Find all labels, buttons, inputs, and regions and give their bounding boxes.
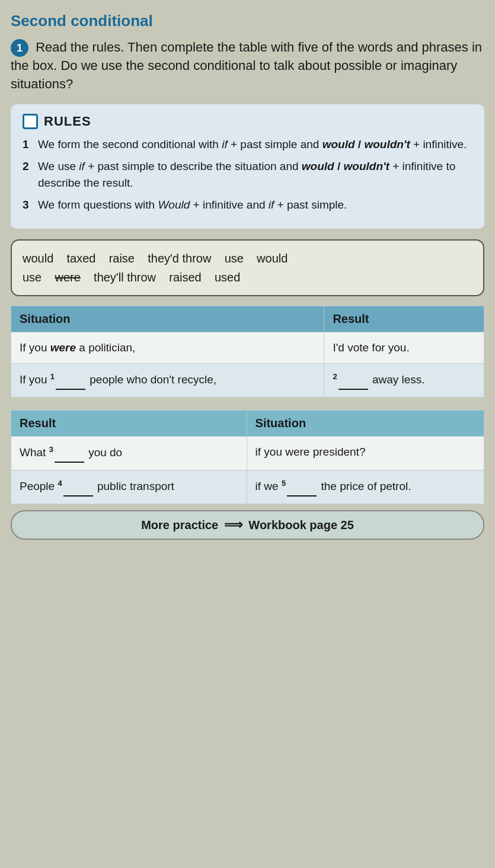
table-2-row-1-situation: if you were president? bbox=[247, 437, 484, 470]
intro-number: 1 bbox=[11, 39, 28, 57]
table-2-row-2-situation: if we 5 the price of petrol. bbox=[247, 470, 484, 504]
table-1-row-2-result: 2 away less. bbox=[324, 364, 484, 398]
rule-3: 3 We form questions with Would + infinit… bbox=[23, 197, 472, 213]
rule-2: 2 We use if + past simple to describe th… bbox=[23, 158, 472, 191]
intro-paragraph: Read the rules. Then complete the table … bbox=[11, 40, 482, 91]
blank-2 bbox=[338, 372, 368, 390]
table-2-row-1-result: What 3 you do bbox=[11, 437, 247, 470]
rules-box: RULES 1 We form the second conditional w… bbox=[11, 104, 484, 229]
table-1-row-1: If you were a politician, I'd vote for y… bbox=[11, 332, 484, 364]
table-1-row-2: If you 1 people who don't recycle, 2 awa… bbox=[11, 364, 484, 398]
more-practice-text: More practice bbox=[141, 518, 218, 531]
table-1-header: Situation Result bbox=[11, 306, 484, 332]
rules-header: RULES bbox=[23, 114, 472, 129]
table-1-row-1-result: I'd vote for you. bbox=[324, 332, 484, 364]
word-were-strikethrough: were bbox=[55, 271, 80, 284]
word-box-line1: would taxed raise they'd throw use would bbox=[23, 252, 288, 265]
table-2-header-result: Result bbox=[11, 411, 247, 437]
table-2-row-2: People 4 public transport if we 5 the pr… bbox=[11, 470, 484, 504]
table-2-row-2-result: People 4 public transport bbox=[11, 470, 247, 504]
blank-5 bbox=[287, 478, 317, 497]
table-1: Situation Result If you were a politicia… bbox=[11, 306, 484, 398]
word-box-line2: use were they'll throw raised used bbox=[23, 271, 240, 284]
arrow-icon: ⟹ bbox=[224, 517, 243, 533]
table-2: Result Situation What 3 you do if you we… bbox=[11, 410, 484, 504]
page-title: Second conditional bbox=[11, 12, 484, 30]
blank-1 bbox=[56, 372, 85, 390]
table-1-row-1-situation: If you were a politician, bbox=[11, 332, 324, 364]
table-1-header-result: Result bbox=[324, 306, 484, 332]
rules-icon bbox=[23, 114, 38, 129]
rule-2-text: We use if + past simple to describe the … bbox=[38, 158, 472, 191]
rule-2-number: 2 bbox=[23, 158, 38, 191]
rule-1-text: We form the second conditional with if +… bbox=[38, 136, 472, 153]
word-box: would taxed raise they'd throw use would… bbox=[11, 239, 484, 296]
intro-text: 1 Read the rules. Then complete the tabl… bbox=[11, 39, 484, 94]
rule-3-number: 3 bbox=[23, 197, 38, 213]
blank-4 bbox=[63, 478, 93, 497]
table-1-row-2-situation: If you 1 people who don't recycle, bbox=[11, 364, 324, 398]
more-practice-bar: More practice ⟹ Workbook page 25 bbox=[11, 510, 484, 540]
blank-3 bbox=[55, 445, 84, 463]
rule-1: 1 We form the second conditional with if… bbox=[23, 136, 472, 153]
workbook-text: Workbook page 25 bbox=[248, 518, 353, 531]
rule-1-number: 1 bbox=[23, 136, 38, 153]
rule-3-text: We form questions with Would + infinitiv… bbox=[38, 197, 472, 213]
rules-title: RULES bbox=[44, 114, 91, 129]
table-1-header-situation: Situation bbox=[11, 306, 324, 332]
rules-list: 1 We form the second conditional with if… bbox=[23, 136, 472, 213]
table-2-header: Result Situation bbox=[11, 411, 484, 437]
table-2-header-situation: Situation bbox=[247, 411, 484, 437]
table-2-row-1: What 3 you do if you were president? bbox=[11, 437, 484, 470]
